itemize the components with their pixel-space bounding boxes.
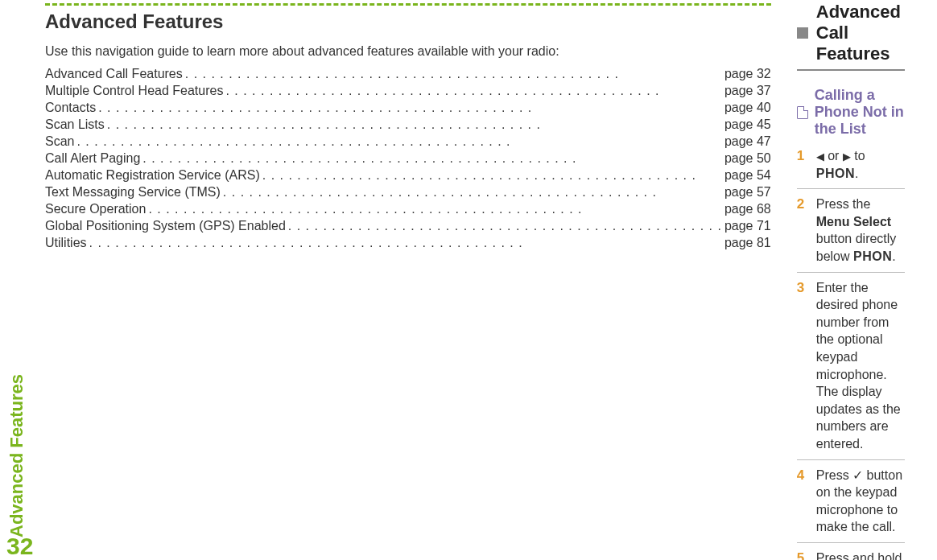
toc-dots bbox=[142, 151, 722, 166]
toc-page: page 45 bbox=[724, 117, 771, 132]
page-number: 32 bbox=[6, 533, 33, 560]
step-number: 4 bbox=[797, 467, 816, 536]
display-text: PHON bbox=[853, 249, 892, 263]
toc-dots bbox=[98, 101, 722, 115]
page-content: Advanced Features Use this navigation gu… bbox=[0, 0, 937, 560]
toc-dots bbox=[262, 168, 722, 183]
subsection-header: Calling a Phone Not in the List bbox=[797, 87, 905, 138]
display-text: PHON bbox=[816, 167, 855, 180]
toc-label: Global Positioning System (GPS) Enabled bbox=[45, 219, 286, 233]
toc-list: Advanced Call Featurespage 32 Multiple C… bbox=[45, 67, 771, 250]
toc-page: page 81 bbox=[724, 236, 771, 250]
toc-page: page 71 bbox=[724, 219, 771, 233]
check-icon: ✓ bbox=[852, 468, 863, 482]
toc-row: Multiple Control Head Featurespage 37 bbox=[45, 84, 771, 98]
step-number: 3 bbox=[797, 279, 816, 453]
toc-row: Automatic Registration Service (ARS)page… bbox=[45, 168, 771, 183]
section-bullet-icon bbox=[797, 27, 808, 39]
toc-dots bbox=[89, 236, 722, 250]
toc-row: Advanced Call Featurespage 32 bbox=[45, 67, 771, 81]
toc-label: Scan bbox=[45, 134, 74, 149]
step-number: 5 bbox=[797, 550, 816, 560]
side-tab-label: Advanced Features bbox=[6, 374, 27, 537]
step-text: Press and hold the PTT button to talk. R… bbox=[816, 550, 905, 560]
toc-row: Text Messaging Service (TMS)page 57 bbox=[45, 185, 771, 200]
step-row: 4 Press ✓ button on the keypad microphon… bbox=[797, 460, 905, 543]
section-header: Advanced Call Features bbox=[797, 2, 905, 71]
text: or bbox=[824, 149, 843, 163]
document-icon bbox=[797, 106, 808, 119]
toc-dots bbox=[288, 219, 722, 233]
text: Press the bbox=[816, 197, 871, 211]
toc-label: Multiple Control Head Features bbox=[45, 84, 223, 98]
toc-row: Scan Listspage 45 bbox=[45, 117, 771, 132]
toc-row: Contactspage 40 bbox=[45, 101, 771, 115]
toc-label: Advanced Call Features bbox=[45, 67, 183, 81]
toc-label: Utilities bbox=[45, 236, 87, 250]
bold-text: Menu Select bbox=[816, 215, 891, 229]
toc-dots bbox=[225, 84, 721, 98]
step-text: Enter the desired phone number from the … bbox=[816, 279, 905, 453]
toc-row: Secure Operationpage 68 bbox=[45, 202, 771, 216]
toc-page: page 50 bbox=[724, 151, 771, 166]
toc-dots bbox=[107, 117, 722, 132]
step-text: Press the Menu Select button directly be… bbox=[816, 196, 905, 265]
toc-label: Secure Operation bbox=[45, 202, 146, 216]
dashed-divider bbox=[45, 3, 771, 6]
text: Press bbox=[816, 468, 852, 482]
toc-row: Call Alert Pagingpage 50 bbox=[45, 151, 771, 166]
left-arrow-icon: ◀ bbox=[816, 150, 824, 164]
toc-label: Text Messaging Service (TMS) bbox=[45, 185, 221, 200]
text: . bbox=[892, 249, 895, 263]
step-number: 2 bbox=[797, 196, 816, 265]
section-title: Advanced Call Features bbox=[816, 2, 905, 64]
toc-label: Scan Lists bbox=[45, 117, 105, 132]
toc-dots bbox=[185, 67, 722, 81]
page-title: Advanced Features bbox=[45, 10, 771, 33]
toc-page: page 32 bbox=[724, 67, 771, 81]
toc-row: Scanpage 47 bbox=[45, 134, 771, 149]
right-arrow-icon: ▶ bbox=[843, 150, 851, 164]
left-column: Advanced Features Use this navigation gu… bbox=[45, 0, 787, 560]
step-row: 5 Press and hold the PTT button to talk.… bbox=[797, 543, 905, 560]
toc-dots bbox=[76, 134, 721, 149]
step-text: ◀ or ▶ to PHON. bbox=[816, 147, 905, 182]
right-column: Advanced Call Features Calling a Phone N… bbox=[787, 0, 921, 560]
toc-page: page 57 bbox=[724, 185, 771, 200]
text: to bbox=[851, 149, 865, 163]
steps-list: 1 ◀ or ▶ to PHON. 2 Press the Menu Selec… bbox=[797, 141, 905, 560]
toc-dots bbox=[223, 185, 722, 200]
toc-label: Call Alert Paging bbox=[45, 151, 140, 166]
step-text: Press ✓ button on the keypad microphone … bbox=[816, 467, 905, 536]
step-row: 3 Enter the desired phone number from th… bbox=[797, 273, 905, 460]
text: Press and hold the bbox=[816, 551, 902, 560]
toc-page: page 47 bbox=[724, 134, 771, 149]
toc-page: page 37 bbox=[724, 84, 771, 98]
toc-row: Global Positioning System (GPS) Enabledp… bbox=[45, 219, 771, 233]
step-number: 1 bbox=[797, 147, 816, 182]
step-row: 1 ◀ or ▶ to PHON. bbox=[797, 141, 905, 189]
intro-text: Use this navigation guide to learn more … bbox=[45, 43, 771, 60]
toc-label: Contacts bbox=[45, 101, 96, 115]
toc-page: page 40 bbox=[724, 101, 771, 115]
subsection-title: Calling a Phone Not in the List bbox=[815, 87, 905, 138]
step-row: 2 Press the Menu Select button directly … bbox=[797, 189, 905, 272]
toc-page: page 54 bbox=[724, 168, 771, 183]
toc-label: Automatic Registration Service (ARS) bbox=[45, 168, 260, 183]
toc-page: page 68 bbox=[724, 202, 771, 216]
toc-dots bbox=[148, 202, 722, 216]
toc-row: Utilitiespage 81 bbox=[45, 236, 771, 250]
